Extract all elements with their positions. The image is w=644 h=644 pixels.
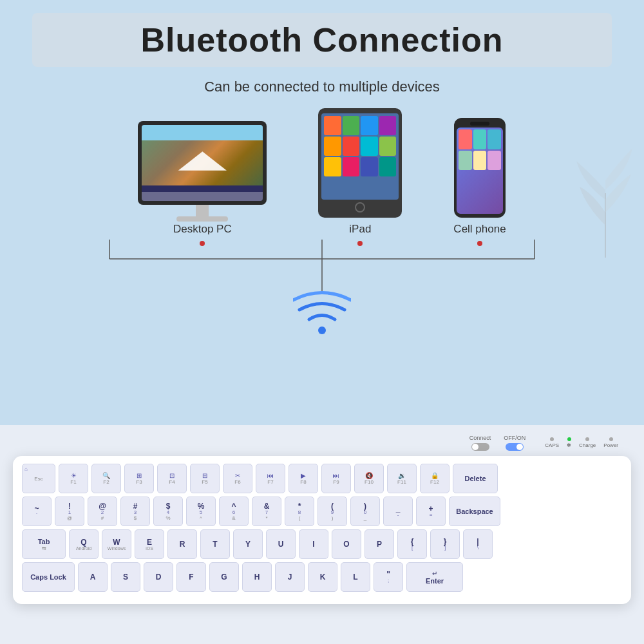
key-d[interactable]: D (144, 562, 173, 592)
subtitle: Can be connected to multiple devices (204, 79, 440, 95)
key-f3[interactable]: ⊞ F3 (124, 464, 154, 493)
key-f[interactable]: F (176, 562, 206, 592)
status-area: Connect OFF/ON CAPS ✽ Charge (13, 435, 631, 451)
f2-icon: 🔍 (102, 472, 110, 479)
ipad-app-10 (343, 157, 360, 176)
ipad-app-8 (379, 137, 397, 156)
key-k[interactable]: K (308, 562, 337, 592)
key-8[interactable]: * 8 ( (285, 497, 314, 526)
key-equals[interactable]: + = (416, 497, 446, 526)
ipad-app-3 (361, 116, 378, 135)
wifi-icon (293, 289, 351, 339)
ipad-label: iPad (349, 223, 371, 236)
key-j[interactable]: J (275, 562, 305, 592)
key-f12[interactable]: 🔒 F12 (420, 464, 450, 493)
connect-knob (472, 444, 478, 450)
key-h[interactable]: H (242, 562, 272, 592)
ipad-app-1 (324, 116, 341, 135)
phone-notch (470, 122, 489, 126)
key-s[interactable]: S (111, 562, 140, 592)
f1-icon: ☀ (71, 472, 77, 479)
key-9[interactable]: ( 9 ) (317, 497, 347, 526)
key-esc[interactable]: ⌂ Esc (22, 464, 55, 493)
key-g[interactable]: G (209, 562, 239, 592)
key-w[interactable]: W Windows (102, 529, 131, 559)
key-e[interactable]: E iOS (135, 529, 164, 559)
key-row-qwerty: Tab ⇆ Q Android W Windows E iOS R T Y U … (22, 529, 622, 559)
mac-screen-inner (142, 125, 263, 201)
key-f7[interactable]: ⏮ F7 (256, 464, 285, 493)
keyboard-section: Connect OFF/ON CAPS ✽ Charge (0, 425, 644, 644)
key-f10[interactable]: 🔇 F10 (354, 464, 384, 493)
key-2[interactable]: @ 2 # (88, 497, 117, 526)
key-delete[interactable]: Delete (453, 464, 498, 493)
key-lbracket[interactable]: { [ (397, 529, 427, 559)
key-1[interactable]: ! 1 @ (55, 497, 84, 526)
device-phone: Cell phone (453, 118, 506, 246)
mac-screen-outer (138, 121, 267, 205)
key-capslock[interactable]: Caps Lock (22, 562, 75, 592)
f9-icon: ⏭ (333, 472, 339, 479)
key-u[interactable]: U (266, 529, 296, 559)
ipad-app-7 (361, 137, 378, 156)
ipad-screen (321, 113, 399, 200)
caps-label: CAPS (545, 442, 559, 448)
key-enter[interactable]: ↵ Enter (406, 562, 463, 592)
ipad-app-6 (343, 137, 360, 156)
esc-icon: ⌂ (24, 466, 28, 472)
key-5[interactable]: % 5 ^ (186, 497, 216, 526)
key-q[interactable]: Q Android (69, 529, 99, 559)
key-y[interactable]: Y (233, 529, 263, 559)
key-tab[interactable]: Tab ⇆ (22, 529, 66, 559)
key-rbracket[interactable]: } ] (430, 529, 460, 559)
key-backslash[interactable]: | \ (463, 529, 493, 559)
phone-screen (457, 128, 503, 214)
f6-icon: ✂ (235, 472, 240, 479)
key-3[interactable]: # 3 $ (120, 497, 150, 526)
key-semicolon[interactable]: " ; (374, 562, 403, 592)
f10-icon: 🔇 (365, 472, 373, 479)
key-7[interactable]: & 7 * (252, 497, 281, 526)
key-p[interactable]: P (365, 529, 394, 559)
key-a[interactable]: A (78, 562, 108, 592)
ipad-app-2 (343, 116, 360, 135)
key-f4[interactable]: ⊡ F4 (157, 464, 187, 493)
key-l[interactable]: L (341, 562, 370, 592)
top-section: Bluetooth Connection Can be connected to… (0, 0, 644, 425)
power-led (609, 437, 613, 441)
key-f6[interactable]: ✂ F6 (223, 464, 252, 493)
key-o[interactable]: O (332, 529, 361, 559)
key-f1[interactable]: ☀ F1 (59, 464, 88, 493)
key-4[interactable]: $ 4 % (153, 497, 183, 526)
svg-point-5 (318, 327, 326, 334)
ipad-app-9 (324, 157, 341, 176)
key-f5[interactable]: ⊟ F5 (190, 464, 220, 493)
ipad-device (318, 108, 402, 218)
mac-monitor (138, 121, 267, 218)
key-f8[interactable]: ▶ F8 (289, 464, 318, 493)
key-0[interactable]: ) 0 _ (350, 497, 380, 526)
key-f9[interactable]: ⏭ F9 (321, 464, 351, 493)
f4-icon: ⊡ (169, 472, 175, 479)
key-f2[interactable]: 🔍 F2 (91, 464, 121, 493)
key-i[interactable]: I (299, 529, 328, 559)
phone-app-6 (488, 151, 501, 171)
ipad-app-12 (379, 157, 397, 176)
desktop-label: Desktop PC (173, 223, 232, 236)
key-6[interactable]: ^ 6 & (219, 497, 249, 526)
key-row-asdf: Caps Lock A S D F G H J K L " ; ↵ Enter (22, 562, 622, 592)
charge-led (585, 437, 589, 441)
key-t[interactable]: T (200, 529, 230, 559)
mac-taskbar (142, 192, 263, 201)
f12-icon: 🔒 (431, 472, 439, 479)
key-minus[interactable]: _ - (383, 497, 413, 526)
key-backspace[interactable]: Backspace (449, 497, 500, 526)
key-r[interactable]: R (167, 529, 197, 559)
key-tilde[interactable]: ~ ` (22, 497, 52, 526)
offon-toggle[interactable] (506, 443, 524, 451)
mac-stand-base (176, 216, 228, 222)
f5-icon: ⊟ (202, 472, 207, 479)
key-f11[interactable]: 🔉 F11 (387, 464, 417, 493)
connect-toggle[interactable] (471, 443, 489, 451)
phone-app-2 (473, 129, 487, 149)
